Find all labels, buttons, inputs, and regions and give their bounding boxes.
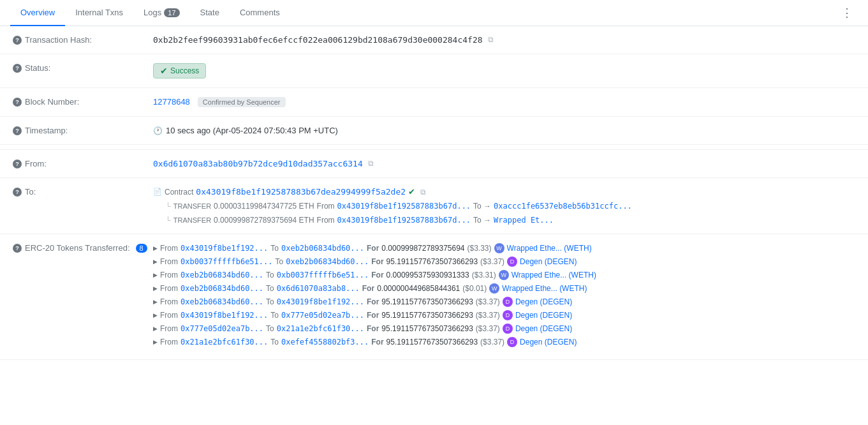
erc20-token-link[interactable]: Wrapped Ethe... (WETH) xyxy=(507,244,592,253)
erc20-for-value: 95.1911577673507366293 xyxy=(381,311,473,320)
to-help-icon[interactable]: ? xyxy=(13,188,22,197)
timestamp-help-icon[interactable]: ? xyxy=(13,126,22,135)
erc20-from-link[interactable]: 0xeb2b06834bd60... xyxy=(180,271,263,280)
erc20-token-link[interactable]: Wrapped Ethe... (WETH) xyxy=(502,284,587,293)
tab-overview[interactable]: Overview xyxy=(10,0,65,26)
status-label: ? Status: xyxy=(13,63,153,73)
row-triangle-icon: ▶ xyxy=(153,258,158,265)
transfer2-from-link[interactable]: 0x43019f8be1f192587883b67d... xyxy=(337,216,471,225)
erc20-transfer-row: ▶ From 0xeb2b06834bd60... To 0x43019f8be… xyxy=(153,297,855,307)
row-triangle-icon: ▶ xyxy=(153,339,158,345)
erc20-from-link[interactable]: 0xeb2b06834bd60... xyxy=(180,297,263,306)
to-copy-icon[interactable]: ⧉ xyxy=(420,188,426,197)
to-value: 📄 Contract 0x43019f8be1f192587883b67dea2… xyxy=(153,187,855,225)
erc20-to-link[interactable]: 0xeb2b06834bd60... xyxy=(281,244,364,253)
row-triangle-icon: ▶ xyxy=(153,245,158,251)
erc20-to-link[interactable]: 0x21a1e2bfc61f30... xyxy=(277,324,364,333)
status-help-icon[interactable]: ? xyxy=(13,64,22,73)
erc20-from-link[interactable]: 0x777e05d02ea7b... xyxy=(180,324,263,333)
erc20-usd-value: ($3.37) xyxy=(476,324,500,333)
erc20-token-link[interactable]: Degen (DEGEN) xyxy=(515,297,572,306)
erc20-to-link[interactable]: 0xeb2b06834bd60... xyxy=(286,257,369,266)
tab-logs[interactable]: Logs17 xyxy=(133,0,189,26)
erc20-from-link[interactable]: 0x21a1e2bfc61f30... xyxy=(180,338,268,347)
tab-internal-txns[interactable]: Internal Txns xyxy=(65,0,133,26)
erc20-to-link[interactable]: 0x6d61070a83ab8... xyxy=(277,284,360,293)
from-copy-icon[interactable]: ⧉ xyxy=(368,159,374,168)
block-number-link[interactable]: 12778648 xyxy=(153,97,190,107)
transfer2-to-link[interactable]: Wrapped Et... xyxy=(494,216,554,225)
erc20-transfer-row: ▶ From 0x777e05d02ea7b... To 0x21a1e2bfc… xyxy=(153,324,855,334)
transfer1-to-link[interactable]: 0xaccc1fe6537eb8eb56b31ccfc... xyxy=(494,202,632,211)
block-number-label: ? Block Number: xyxy=(13,97,153,107)
erc20-transfer-row: ▶ From 0xeb2b06834bd60... To 0xb0037ffff… xyxy=(153,270,855,280)
token-icon: D xyxy=(503,310,513,320)
erc20-usd-value: ($0.01) xyxy=(462,284,487,293)
block-help-icon[interactable]: ? xyxy=(13,98,22,107)
tx-hash-label: ? Transaction Hash: xyxy=(13,35,153,45)
timestamp-value: 🕐 10 secs ago (Apr-05-2024 07:50:43 PM +… xyxy=(153,126,855,135)
erc20-transfer-row: ▶ From 0x43019f8be1f192... To 0xeb2b0683… xyxy=(153,243,855,253)
erc20-usd-value: ($3.31) xyxy=(472,271,496,280)
erc20-to-link[interactable]: 0x777e05d02ea7b... xyxy=(281,311,364,320)
erc20-for-value: 95.1911577673507366293 xyxy=(381,297,473,306)
erc20-count-badge: 8 xyxy=(136,244,147,253)
verified-icon: ✔ xyxy=(408,187,415,197)
row-triangle-icon: ▶ xyxy=(153,285,158,292)
token-icon: D xyxy=(503,324,513,334)
erc20-usd-value: ($3.37) xyxy=(476,297,500,306)
erc20-token-link[interactable]: Degen (DEGEN) xyxy=(520,257,577,266)
erc20-token-link[interactable]: Degen (DEGEN) xyxy=(515,324,572,333)
from-address-link[interactable]: 0x6d61070a83ab80b97b72dce9d10dad357acc63… xyxy=(153,159,363,168)
row-triangle-icon: ▶ xyxy=(153,325,158,332)
row-triangle-icon: ▶ xyxy=(153,272,158,278)
erc20-token-link[interactable]: Degen (DEGEN) xyxy=(515,311,572,320)
erc20-from-link[interactable]: 0xb0037fffffb6e51... xyxy=(180,257,273,266)
more-options-button[interactable]: ⋮ xyxy=(836,3,858,22)
erc20-for-value: 0.000000449685844361 xyxy=(377,284,460,293)
erc20-to-link[interactable]: 0x43019f8be1f192... xyxy=(277,297,364,306)
transfer-2-row: └ TRANSFER 0.000999872789375694 ETH From… xyxy=(166,216,554,225)
timestamp-row: ? Timestamp: 🕐 10 secs ago (Apr-05-2024 … xyxy=(0,117,868,145)
status-row: ? Status: ✔ Success xyxy=(0,54,868,88)
erc20-token-link[interactable]: Wrapped Ethe... (WETH) xyxy=(511,271,596,280)
erc20-transfer-row: ▶ From 0xb0037fffffb6e51... To 0xeb2b068… xyxy=(153,257,855,267)
transfer1-from-link[interactable]: 0x43019f8be1f192587883b67d... xyxy=(337,202,471,211)
from-help-icon[interactable]: ? xyxy=(13,160,22,168)
erc20-token-link[interactable]: Degen (DEGEN) xyxy=(520,338,577,347)
logs-badge: 17 xyxy=(164,8,179,17)
token-icon: W xyxy=(499,270,509,280)
erc20-usd-value: ($3.37) xyxy=(480,257,504,266)
erc20-label: ? ERC-20 Tokens Transferred: 8 xyxy=(13,243,153,253)
tx-hash-copy-icon[interactable]: ⧉ xyxy=(488,35,494,44)
tx-hash-help-icon[interactable]: ? xyxy=(13,36,22,45)
erc20-for-value: 95.1911577673507366293 xyxy=(381,324,473,333)
token-icon: W xyxy=(489,283,499,294)
token-icon: D xyxy=(503,297,513,307)
sequencer-badge: Confirmed by Sequencer xyxy=(198,97,286,107)
erc20-from-link[interactable]: 0xeb2b06834bd60... xyxy=(180,284,263,293)
to-address-link[interactable]: 0x43019f8be1f192587883b67dea2994999f5a2d… xyxy=(196,187,406,197)
erc20-transfer-row: ▶ From 0x21a1e2bfc61f30... To 0xefef4558… xyxy=(153,337,855,347)
erc20-to-link[interactable]: 0xb0037fffffb6e51... xyxy=(277,271,369,280)
status-badge: ✔ Success xyxy=(153,63,206,78)
erc20-to-link[interactable]: 0xefef4558802bf3... xyxy=(281,338,369,347)
row-triangle-icon: ▶ xyxy=(153,312,158,318)
erc20-help-icon[interactable]: ? xyxy=(13,244,22,253)
block-number-value: 12778648 Confirmed by Sequencer xyxy=(153,97,855,107)
tx-hash-row: ? Transaction Hash: 0xb2b2feef99603931ab… xyxy=(0,26,868,54)
erc20-from-link[interactable]: 0x43019f8be1f192... xyxy=(180,244,268,253)
tab-comments[interactable]: Comments xyxy=(230,0,290,26)
token-icon: D xyxy=(507,257,517,267)
transfer-1-row: └ TRANSFER 0.000031199847347725 ETH From… xyxy=(166,202,632,211)
from-label: ? From: xyxy=(13,159,153,168)
erc20-from-link[interactable]: 0x43019f8be1f192... xyxy=(180,311,268,320)
erc20-transfers-list: ▶ From 0x43019f8be1f192... To 0xeb2b0683… xyxy=(153,243,855,350)
erc20-usd-value: ($3.37) xyxy=(480,338,504,347)
to-label: ? To: xyxy=(13,187,153,197)
from-value: 0x6d61070a83ab80b97b72dce9d10dad357acc63… xyxy=(153,159,855,168)
status-value: ✔ Success xyxy=(153,63,855,78)
erc20-for-value: 95.1911577673507366293 xyxy=(386,257,478,266)
tab-state[interactable]: State xyxy=(190,0,230,26)
divider xyxy=(0,145,868,150)
